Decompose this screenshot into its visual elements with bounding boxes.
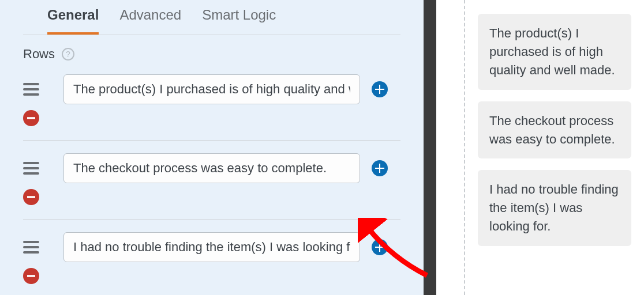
tab-general[interactable]: General	[47, 7, 99, 35]
plus-icon	[375, 243, 384, 252]
add-row-button[interactable]	[372, 81, 388, 97]
tab-smart-logic[interactable]: Smart Logic	[202, 7, 276, 35]
minus-icon	[27, 114, 35, 122]
drag-handle-icon[interactable]	[23, 239, 52, 256]
svg-rect-2	[27, 275, 35, 277]
preview-item: The product(s) I purchased is of high qu…	[478, 14, 631, 90]
preview-panel: The product(s) I purchased is of high qu…	[465, 0, 644, 295]
row-input[interactable]	[63, 74, 360, 104]
add-row-button[interactable]	[372, 160, 388, 176]
minus-icon	[27, 272, 35, 280]
drag-handle-icon[interactable]	[23, 160, 52, 177]
settings-panel: General Advanced Smart Logic Rows ?	[0, 0, 424, 295]
remove-row-button[interactable]	[23, 189, 39, 205]
rows-header: Rows ?	[23, 47, 400, 62]
drag-handle-icon[interactable]	[23, 81, 52, 98]
row-item	[23, 153, 400, 220]
remove-row-button[interactable]	[23, 268, 39, 284]
plus-icon	[375, 164, 384, 173]
row-input[interactable]	[63, 153, 360, 183]
row-input[interactable]	[63, 232, 360, 262]
rows-label: Rows	[23, 47, 55, 62]
minus-icon	[27, 193, 35, 201]
remove-row-button[interactable]	[23, 110, 39, 126]
svg-rect-0	[27, 117, 35, 119]
rows-section: Rows ?	[0, 35, 424, 295]
preview-item: The checkout process was easy to complet…	[478, 101, 631, 159]
tab-advanced[interactable]: Advanced	[119, 7, 181, 35]
row-item	[23, 74, 400, 141]
svg-rect-1	[27, 196, 35, 198]
tabs-bar: General Advanced Smart Logic	[23, 0, 400, 35]
help-icon[interactable]: ?	[62, 48, 74, 60]
panel-divider	[436, 0, 465, 295]
row-item	[23, 232, 400, 295]
panel-edge	[424, 0, 436, 295]
plus-icon	[375, 85, 384, 94]
preview-item: I had no trouble finding the item(s) I w…	[478, 170, 631, 246]
add-row-button[interactable]	[372, 239, 388, 255]
